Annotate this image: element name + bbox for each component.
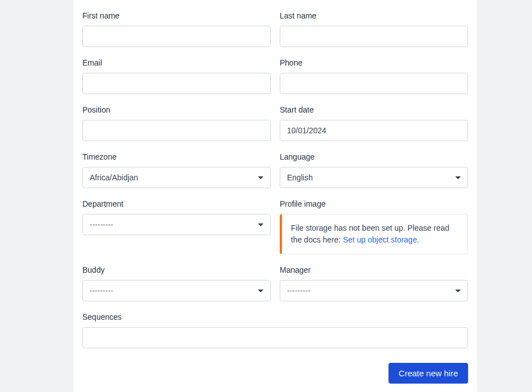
manager-select[interactable]: ---------: [280, 280, 468, 301]
field-manager: Manager ---------: [280, 265, 468, 301]
field-last-name: Last name: [280, 11, 468, 47]
field-start-date: Start date: [280, 105, 468, 141]
profile-image-notice: File storage has not been set up. Please…: [280, 214, 468, 254]
phone-input[interactable]: [280, 73, 468, 94]
language-select[interactable]: English: [280, 167, 468, 188]
buddy-label: Buddy: [82, 265, 271, 274]
department-select[interactable]: ---------: [82, 214, 271, 235]
caret-down-icon: [455, 290, 461, 292]
timezone-value: Africa/Abidjan: [90, 173, 138, 182]
timezone-label: Timezone: [82, 152, 271, 161]
field-phone: Phone: [280, 58, 468, 94]
timezone-select[interactable]: Africa/Abidjan: [82, 167, 271, 188]
department-value: ---------: [90, 220, 113, 229]
field-sequences: Sequences: [82, 312, 468, 348]
language-label: Language: [280, 152, 468, 161]
last-name-input[interactable]: [280, 26, 468, 47]
buddy-select[interactable]: ---------: [82, 280, 271, 301]
sequences-input[interactable]: [82, 327, 468, 348]
field-first-name: First name: [82, 11, 271, 47]
profile-image-label: Profile image: [280, 199, 468, 208]
field-email: Email: [82, 58, 271, 94]
email-label: Email: [82, 58, 271, 67]
caret-down-icon: [258, 290, 263, 292]
button-row: Create new hire: [82, 363, 468, 384]
email-input[interactable]: [82, 73, 271, 94]
start-date-label: Start date: [280, 105, 468, 114]
form-grid: First name Last name Email Phone Positio…: [82, 11, 468, 384]
first-name-label: First name: [82, 11, 271, 20]
field-timezone: Timezone Africa/Abidjan: [82, 152, 271, 188]
field-profile-image: Profile image File storage has not been …: [280, 199, 468, 254]
last-name-label: Last name: [280, 11, 468, 20]
position-input[interactable]: [82, 120, 271, 141]
field-department: Department ---------: [82, 199, 271, 254]
buddy-value: ---------: [90, 286, 113, 295]
field-language: Language English: [280, 152, 468, 188]
manager-value: ---------: [287, 286, 311, 295]
create-new-hire-button[interactable]: Create new hire: [388, 363, 468, 384]
caret-down-icon: [258, 223, 263, 226]
start-date-input[interactable]: [280, 120, 468, 141]
notice-link[interactable]: Set up object storage: [343, 235, 417, 244]
new-hire-form-card: First name Last name Email Phone Positio…: [73, 0, 477, 392]
first-name-input[interactable]: [82, 26, 271, 47]
field-buddy: Buddy ---------: [82, 265, 271, 301]
manager-label: Manager: [280, 265, 468, 274]
phone-label: Phone: [280, 58, 468, 67]
language-value: English: [287, 173, 313, 182]
field-position: Position: [82, 105, 271, 141]
notice-text-post: .: [417, 235, 419, 244]
sequences-label: Sequences: [82, 312, 468, 321]
caret-down-icon: [455, 176, 461, 179]
department-label: Department: [82, 199, 271, 208]
caret-down-icon: [258, 176, 263, 179]
position-label: Position: [82, 105, 271, 114]
